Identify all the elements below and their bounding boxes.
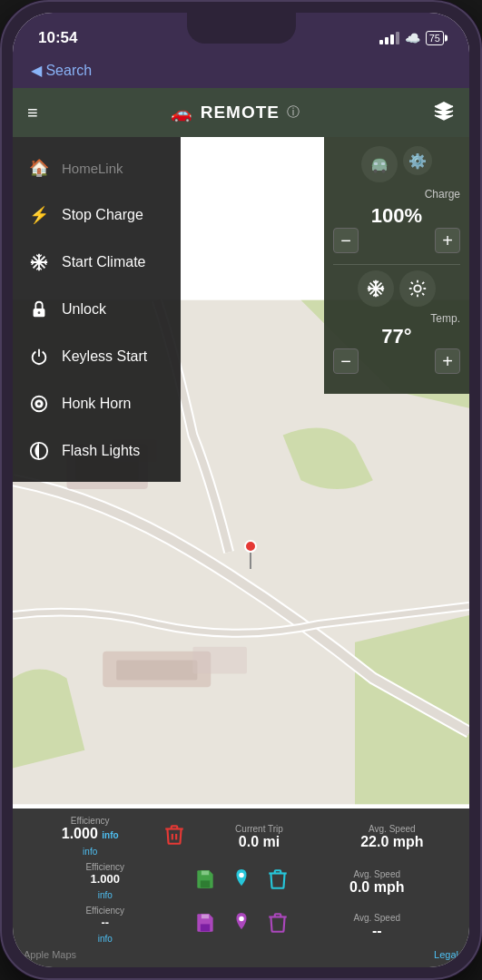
svg-rect-34 [200,880,210,888]
sidebar-item-start-climate[interactable]: Start Climate [13,239,181,286]
svg-point-7 [37,260,41,264]
svg-rect-37 [200,924,210,932]
status-time: 10:54 [38,29,77,47]
svg-rect-16 [381,162,385,165]
efficiency-label-2: Efficiency [24,862,187,872]
info-link-3[interactable]: info [98,934,113,944]
avg-speed-value-3: -- [296,923,459,939]
temp-value: 77° [333,325,460,348]
avg-speed-value-1: 22.0 mph [326,834,458,850]
stat-avg-speed-3: Avg. Speed -- [296,913,459,939]
unlock-label: Unlock [62,301,106,318]
charge-minus-button[interactable]: − [333,228,359,253]
sun-icon[interactable] [399,270,436,307]
pin-dot [244,540,257,553]
save-icon-green[interactable] [187,867,223,897]
trash-icon-purple[interactable] [260,910,296,941]
charge-label: Charge [333,188,460,201]
info-link-2[interactable]: info [98,890,113,900]
lock-icon [27,298,51,321]
sidebar-item-stop-charge[interactable]: ⚡ Stop Charge [13,191,181,239]
location-icon-purple[interactable] [223,911,260,940]
sidebar-menu: 🏠 HomeLink ⚡ Stop Charge Start [13,137,181,482]
lightning-icon: ⚡ [27,203,51,227]
stat-trip-1: Current Trip 0.0 mi [192,824,325,850]
avg-speed-label-3: Avg. Speed [296,913,459,923]
trash-icon-teal[interactable] [260,867,296,897]
bottom-stats: Efficiency 1.000 info info [13,808,469,967]
save-icon-purple[interactable] [187,910,223,941]
location-icon-teal[interactable] [223,867,260,897]
right-panel: ⚙️ Charge 100% − + [324,137,469,394]
horn-icon [27,392,51,416]
svg-point-39 [239,916,244,922]
divider [333,264,460,265]
location-pin [244,540,257,569]
charge-plus-button[interactable]: + [435,228,460,253]
stats-footer: Apple Maps Legal [24,949,458,960]
efficiency-info-1[interactable]: info [102,830,118,840]
info-link-1[interactable]: info [83,847,97,857]
sidebar-item-keyless-start[interactable]: Keyless Start [13,333,181,380]
stat-efficiency-3: Efficiency -- info [24,906,187,946]
start-climate-label: Start Climate [62,254,145,270]
lights-icon [27,439,51,463]
efficiency-label-3: Efficiency [24,906,187,916]
sidebar-item-homelink[interactable]: 🏠 HomeLink [13,144,181,191]
battery-icon: 75 [426,31,444,45]
sidebar-item-unlock[interactable]: Unlock [13,286,181,333]
apple-maps-label: Apple Maps [24,949,76,960]
main-content: 🏠 HomeLink ⚡ Stop Charge Start [13,137,469,967]
stats-row-1: Efficiency 1.000 info info [24,816,458,858]
charge-section: ⚙️ Charge 100% − + [333,146,460,253]
signal-icon [379,32,399,44]
efficiency-label-1: Efficiency [24,816,156,826]
temp-plus-button[interactable]: + [435,348,460,374]
phone-frame: 10:54 ☁️ 75 ◀ Search ≡ 🚗 REMOTE [0,0,482,980]
efficiency-value-1: 1.000 info [24,826,156,842]
stat-avg-speed-1: Avg. Speed 22.0 mph [326,824,458,850]
keyless-start-label: Keyless Start [62,348,147,365]
trash-icon-red[interactable] [156,822,192,853]
wifi-icon: ☁️ [405,31,420,45]
svg-line-29 [422,293,424,295]
menu-button[interactable]: ≡ [27,103,38,123]
svg-point-9 [38,311,41,314]
temp-controls: − + [333,348,460,374]
status-icons: ☁️ 75 [379,31,444,45]
temp-minus-button[interactable]: − [333,348,359,374]
snowflake-icon [27,250,51,274]
stats-row-3: Efficiency -- info [24,906,458,946]
svg-line-30 [411,293,413,295]
svg-rect-15 [374,162,378,165]
avg-speed-label-2: Avg. Speed [296,869,459,879]
power-icon [27,345,51,368]
phone-screen: 10:54 ☁️ 75 ◀ Search ≡ 🚗 REMOTE [13,13,469,967]
sidebar-item-flash-lights[interactable]: Flash Lights [13,427,181,475]
svg-rect-35 [201,870,209,875]
car-front-icon[interactable] [361,146,398,182]
car-icon: 🚗 [171,103,193,123]
svg-point-12 [37,402,41,406]
snowflake-panel-icon[interactable] [358,270,394,307]
stat-efficiency-2: Efficiency 1.000 info [24,862,187,902]
stop-charge-label: Stop Charge [62,207,143,223]
trip-value-1: 0.0 mi [192,834,325,850]
homelink-label: HomeLink [62,161,123,176]
svg-point-36 [239,873,244,878]
svg-line-31 [422,282,424,284]
gear-icon[interactable]: ⚙️ [403,146,432,175]
legal-link[interactable]: Legal [434,949,458,960]
notch [187,13,296,44]
svg-rect-38 [201,914,209,918]
app-header: ≡ 🚗 REMOTE ⓘ [13,88,469,137]
info-icon[interactable]: ⓘ [287,104,300,121]
sidebar-item-honk-horn[interactable]: Honk Horn [13,380,181,427]
home-icon: 🏠 [27,156,51,180]
honk-horn-label: Honk Horn [62,396,131,412]
search-link[interactable]: ◀ Search [31,63,92,78]
layers-button[interactable] [433,100,455,126]
search-bar: ◀ Search [13,58,469,88]
svg-point-17 [374,170,378,173]
svg-rect-5 [116,661,197,681]
